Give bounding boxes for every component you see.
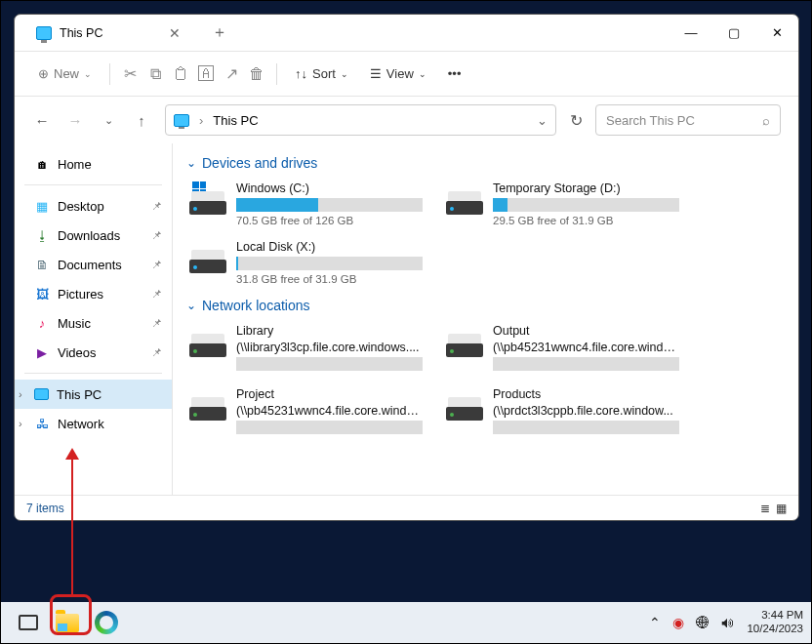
download-icon: ⭳ — [34, 227, 50, 243]
search-input[interactable]: Search This PC ⌕ — [595, 104, 781, 136]
chevron-down-icon: ⌄ — [186, 156, 196, 170]
tab-close-icon[interactable]: ✕ — [169, 25, 181, 41]
sidebar-documents[interactable]: 🗎 Documents 📌︎ — [15, 250, 172, 279]
taskview-button[interactable] — [9, 604, 48, 641]
chevron-right-icon[interactable]: › — [19, 388, 22, 400]
forward-button[interactable]: → — [65, 110, 85, 130]
sidebar-downloads[interactable]: ⭳ Downloads 📌︎ — [15, 221, 172, 250]
thispc-icon — [36, 26, 52, 40]
drive-item[interactable]: Local Disk (X:) 31.8 GB free of 31.9 GB — [186, 237, 426, 288]
drive-name: Local Disk (X:) — [236, 240, 423, 254]
drive-name: Products — [493, 387, 679, 401]
cut-icon[interactable]: ✂ — [120, 64, 140, 84]
tray-chevron-icon[interactable]: ⌃ — [649, 615, 661, 630]
view-button[interactable]: ☰ View ⌄ — [362, 61, 434, 86]
chevron-right-icon[interactable]: › — [19, 418, 22, 429]
sidebar-music[interactable]: ♪ Music 📌︎ — [15, 308, 172, 338]
breadcrumb[interactable]: This PC — [213, 113, 258, 128]
drive-free-text: 29.5 GB free of 31.9 GB — [493, 215, 679, 226]
group-network[interactable]: ⌄ Network locations — [186, 298, 785, 313]
group-drives[interactable]: ⌄ Devices and drives — [186, 155, 785, 171]
drive-capacity-bar — [493, 357, 679, 371]
tray-record-icon[interactable]: ◉ — [672, 615, 684, 630]
refresh-button[interactable]: ↻ — [564, 111, 588, 130]
drive-name: Project — [236, 387, 423, 401]
network-drive-item[interactable]: Project (\\pb45231wwnc4.file.core.windo.… — [186, 384, 426, 440]
sidebar-videos[interactable]: ▶ Videos 📌︎ — [15, 338, 172, 367]
edge-icon — [95, 611, 118, 634]
drive-capacity-bar — [493, 198, 679, 212]
thispc-icon — [34, 388, 49, 400]
network-drive-item[interactable]: Output (\\pb45231wwnc4.file.core.windo..… — [443, 321, 682, 377]
new-button[interactable]: ⊕ New ⌄ — [30, 61, 100, 86]
taskbar-clock[interactable]: 3:44 PM 10/24/2023 — [747, 609, 803, 636]
share-icon[interactable]: ↗ — [222, 64, 241, 84]
drive-icon — [446, 324, 483, 361]
sort-button[interactable]: ↑↓ Sort ⌄ — [287, 61, 356, 86]
recent-button[interactable]: ⌄ — [99, 110, 118, 130]
pin-icon: 📌︎ — [151, 200, 162, 212]
network-drive-item[interactable]: Products (\\prdct3l3cppb.file.core.windo… — [443, 384, 682, 440]
minimize-button[interactable]: — — [670, 18, 712, 49]
drive-capacity-bar — [493, 421, 679, 434]
details-view-button[interactable]: ≣ — [760, 502, 770, 515]
documents-icon: 🗎 — [34, 257, 50, 272]
drive-item[interactable]: Windows (C:) 70.5 GB free of 126 GB — [186, 179, 426, 229]
edge-taskbar[interactable] — [87, 604, 126, 641]
sidebar-desktop[interactable]: ▦ Desktop 📌︎ — [15, 191, 172, 221]
drive-icon — [189, 240, 226, 277]
address-row: ← → ⌄ ↑ › This PC ⌄ ↻ Search This PC ⌕ — [15, 97, 798, 143]
more-button[interactable]: ••• — [440, 61, 469, 86]
network-drive-item[interactable]: Library (\\library3l3cp.file.core.window… — [186, 321, 426, 377]
drive-name: Temporary Storage (D:) — [493, 181, 679, 195]
titlebar: This PC ✕ ＋ — ▢ ✕ — [15, 15, 798, 52]
annotation-arrow-line — [71, 456, 73, 594]
pin-icon: 📌︎ — [151, 317, 162, 329]
tray-volume-icon[interactable]: 🔊︎ — [721, 615, 735, 630]
tab-title: This PC — [60, 26, 102, 40]
music-icon: ♪ — [34, 315, 50, 331]
content-pane: ⌄ Devices and drives Windows (C:) 70.5 G… — [173, 143, 798, 495]
drive-free-text: 70.5 GB free of 126 GB — [236, 215, 423, 226]
pictures-icon: 🖼︎ — [34, 286, 50, 302]
pin-icon: 📌︎ — [151, 259, 162, 270]
up-button[interactable]: ↑ — [132, 110, 151, 130]
drive-name: Output — [493, 324, 679, 338]
drive-name: Windows (C:) — [236, 181, 423, 195]
copy-icon[interactable]: ⧉ — [145, 64, 165, 84]
new-tab-button[interactable]: ＋ — [212, 22, 227, 43]
network-icon: 🖧︎ — [34, 416, 50, 431]
icons-view-button[interactable]: ▦ — [776, 502, 787, 515]
home-icon: 🏠︎ — [34, 156, 50, 172]
sidebar-home[interactable]: 🏠︎ Home — [15, 149, 172, 179]
maximize-button[interactable]: ▢ — [712, 18, 755, 49]
drive-capacity-bar — [236, 257, 423, 270]
videos-icon: ▶ — [34, 344, 50, 360]
item-count: 7 items — [26, 502, 64, 515]
statusbar: 7 items ≣ ▦ — [15, 495, 798, 520]
annotation-highlight — [50, 594, 92, 635]
drive-capacity-bar — [236, 198, 423, 212]
chevron-down-icon: ⌄ — [84, 69, 92, 79]
drive-capacity-bar — [236, 421, 423, 434]
paste-icon[interactable]: 📋︎ — [171, 64, 190, 84]
search-placeholder: Search This PC — [606, 113, 695, 128]
drive-icon — [446, 387, 483, 424]
rename-icon[interactable]: 🄰 — [196, 64, 216, 84]
drive-name: Library — [236, 324, 423, 338]
pin-icon: 📌︎ — [151, 346, 162, 358]
tab-thispc[interactable]: This PC ✕ — [22, 18, 194, 49]
back-button[interactable]: ← — [32, 110, 52, 130]
chevron-right-icon: › — [199, 113, 203, 128]
drive-capacity-bar — [236, 357, 423, 371]
address-bar[interactable]: › This PC ⌄ — [165, 104, 556, 136]
sidebar-thispc[interactable]: › This PC — [15, 380, 172, 409]
chevron-down-icon[interactable]: ⌄ — [537, 113, 548, 128]
tray-network-icon[interactable]: 🌐︎ — [696, 615, 710, 630]
sidebar-pictures[interactable]: 🖼︎ Pictures 📌︎ — [15, 279, 172, 308]
delete-icon[interactable]: 🗑︎ — [247, 64, 266, 84]
sidebar-network[interactable]: › 🖧︎ Network — [15, 409, 172, 438]
drive-icon — [189, 324, 226, 361]
close-button[interactable]: ✕ — [755, 18, 798, 49]
drive-item[interactable]: Temporary Storage (D:) 29.5 GB free of 3… — [443, 179, 682, 229]
